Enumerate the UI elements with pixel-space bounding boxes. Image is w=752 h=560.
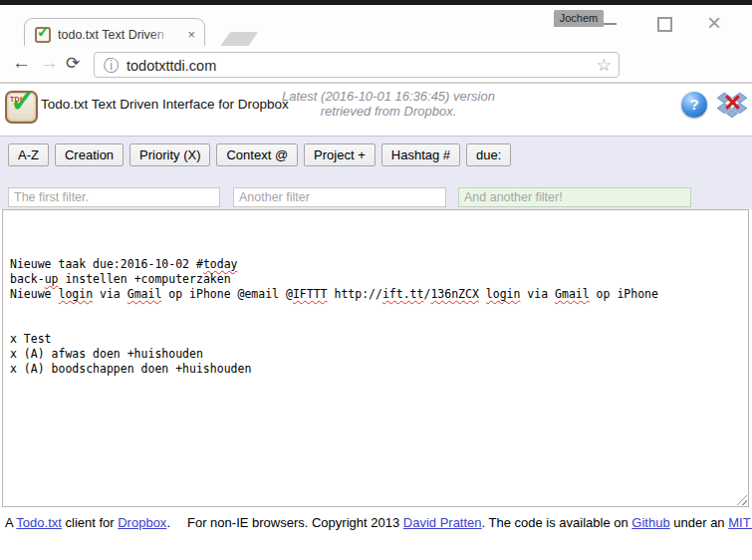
- app-logo-icon: TDI ✓: [5, 91, 38, 124]
- misspelled-word: 136nZCX: [430, 287, 478, 301]
- footer-text: . The code is available on: [482, 515, 632, 530]
- titlebar: ✓ todo.txt Text Driven × Jochem ×: [0, 5, 752, 46]
- todo-line: back-up instellen +computerzaken: [10, 272, 748, 287]
- todo-line: x Test: [10, 332, 748, 347]
- window-close-button[interactable]: ×: [702, 7, 726, 39]
- footer-text: .: [166, 515, 170, 530]
- version-line1: Latest (2016-10-01 16:36:45) version: [244, 89, 533, 104]
- reload-icon[interactable]: ⟳: [66, 53, 80, 74]
- footer-text: A: [5, 515, 16, 530]
- profile-name-badge[interactable]: Jochem: [554, 10, 604, 27]
- new-tab-button[interactable]: [220, 32, 259, 47]
- sort-due-button[interactable]: due:: [466, 143, 511, 166]
- disconnect-x-icon: ✕: [723, 90, 742, 117]
- misspelled-word: Gmail: [555, 287, 590, 301]
- todo-line: [10, 302, 748, 317]
- address-bar[interactable]: ⓘ todotxttdi.com ☆: [94, 52, 620, 78]
- help-icon[interactable]: ?: [681, 92, 707, 118]
- misspelled-word: ift.tt: [382, 287, 424, 301]
- footer-text: client for: [62, 515, 118, 530]
- window-minimize-button[interactable]: [604, 13, 617, 25]
- footer-text: For non-IE browsers. Copyright 2013: [187, 515, 403, 530]
- misspelled-word: login: [58, 287, 93, 301]
- footer: A Todo.txt client for Dropbox.For non-IE…: [5, 515, 748, 530]
- forward-icon: →: [40, 52, 59, 74]
- back-icon[interactable]: ←: [12, 52, 31, 74]
- tab-title-fade: [149, 28, 179, 44]
- footer-link[interactable]: David Pratten: [403, 515, 482, 530]
- browser-window: ✓ todo.txt Text Driven × Jochem × ← → ⟳ …: [0, 0, 752, 560]
- version-line2: retrieved from Dropbox.: [244, 104, 533, 119]
- misspelled-word: login: [486, 287, 521, 301]
- todo-editor[interactable]: Nieuwe taak due:2016-10-02 #todayback-up…: [2, 209, 749, 507]
- tab-close-icon[interactable]: ×: [187, 27, 195, 42]
- sort-context-button[interactable]: Context @: [216, 143, 298, 166]
- sort-project-button[interactable]: Project +: [304, 143, 376, 166]
- todo-line: x (A) boodschappen doen +huishouden: [10, 362, 748, 377]
- filter-input-3[interactable]: [458, 187, 691, 207]
- footer-link[interactable]: Todo.txt: [16, 515, 62, 530]
- misspelled-word: today: [203, 257, 238, 271]
- todo-line: Nieuwe taak due:2016-10-02 #today: [10, 257, 748, 272]
- misspelled-word: IFTTT: [293, 287, 328, 301]
- filter-input-1[interactable]: [8, 187, 220, 207]
- dropbox-disconnected-icon[interactable]: ✕: [716, 92, 748, 119]
- todo-line: Nieuwe login via Gmail op iPhone @email …: [10, 287, 748, 302]
- version-note: Latest (2016-10-01 16:36:45) version ret…: [244, 89, 533, 119]
- misspelled-word: up: [45, 272, 59, 286]
- sort-az-button[interactable]: A-Z: [8, 143, 49, 166]
- info-icon[interactable]: ⓘ: [104, 56, 120, 77]
- sort-hashtag-button[interactable]: Hashtag #: [381, 143, 460, 166]
- todo-line: x (A) afwas doen +huishouden: [10, 347, 748, 362]
- window-maximize-button[interactable]: [657, 17, 672, 32]
- misspelled-word: Gmail: [127, 287, 162, 301]
- sort-priority-button[interactable]: Priority (X): [129, 143, 210, 166]
- tab-favicon-icon: ✓: [35, 27, 51, 43]
- footer-link[interactable]: Dropbox: [118, 515, 166, 530]
- footer-link[interactable]: MIT license: [728, 515, 752, 530]
- sort-button-row: A-Z Creation Priority (X) Context @ Proj…: [8, 143, 511, 166]
- footer-link[interactable]: Github: [631, 515, 669, 530]
- resize-grip-icon[interactable]: [736, 494, 747, 505]
- browser-toolbar: ← → ⟳ ⓘ todotxttdi.com ☆ ... ∨ ⋮: [0, 46, 752, 83]
- filter-input-2[interactable]: [233, 187, 446, 207]
- todo-line: [10, 317, 748, 332]
- url-text[interactable]: todotxttdi.com: [126, 58, 216, 74]
- sort-creation-button[interactable]: Creation: [55, 143, 124, 166]
- footer-text: under an: [670, 515, 729, 530]
- bookmark-star-icon[interactable]: ☆: [597, 55, 612, 76]
